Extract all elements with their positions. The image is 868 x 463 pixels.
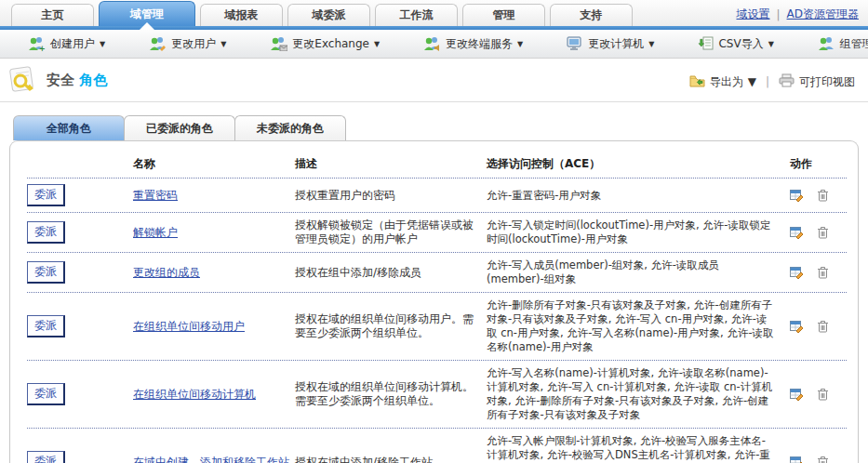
subtab-delegated-roles[interactable]: 已委派的角色 bbox=[124, 115, 235, 140]
header-divider bbox=[0, 101, 868, 102]
export-as-menu[interactable]: 导出为 ▼ bbox=[689, 74, 756, 90]
role-description: 授权在域的组织单位间移动用户。需要至少委派两个组织单位。 bbox=[295, 312, 487, 340]
delegate-button[interactable]: 委派 bbox=[27, 383, 65, 405]
role-link[interactable]: 在组织单位间移动计算机 bbox=[133, 388, 256, 401]
header-description: 描述 bbox=[295, 156, 487, 172]
role-ace: 允许-写入帐户限制-计算机对象, 允许-校验写入服务主体名-计算机对象, 允许-… bbox=[487, 434, 782, 463]
create-user-label: 创建用户 bbox=[50, 36, 95, 52]
tab-support[interactable]: 支持 bbox=[550, 4, 633, 26]
delegate-button[interactable]: 委派 bbox=[27, 315, 65, 337]
delete-role-icon[interactable] bbox=[817, 456, 829, 463]
csv-import-menu[interactable]: CSV导入 ▼ bbox=[698, 36, 773, 52]
group-management-menu[interactable]: 组管理 ▼ bbox=[818, 36, 868, 52]
edit-role-icon[interactable] bbox=[790, 320, 804, 333]
table-row: 委派 更改组的成员 授权在组中添加/移除成员 允许-写入成员(member)-组… bbox=[27, 253, 847, 293]
role-link[interactable]: 更改组的成员 bbox=[133, 266, 200, 279]
chevron-down-icon: ▼ bbox=[517, 40, 523, 48]
modify-computer-label: 更改计算机 bbox=[588, 36, 644, 52]
delegate-button[interactable]: 委派 bbox=[27, 451, 65, 463]
printable-view-label: 可打印视图 bbox=[799, 74, 855, 90]
table-row: 委派 在组织单位间移动计算机 授权在域的组织单位间移动计算机。需要至少委派两个组… bbox=[27, 361, 847, 429]
role-ace: 允许-写入成员(member)-组对象, 允许-读取成员(member)-组对象 bbox=[487, 258, 782, 286]
modify-terminal-services-label: 更改终端服务 bbox=[446, 36, 513, 52]
role-ace: 允许-写入名称(name)-计算机对象, 允许-读取名称(name)-计算机对象… bbox=[487, 366, 782, 422]
subtab-all-roles[interactable]: 全部角色 bbox=[13, 115, 125, 140]
group-management-icon bbox=[818, 36, 835, 51]
delete-role-icon[interactable] bbox=[817, 189, 829, 202]
roles-panel: 名称 描述 选择访问控制（ACE） 动作 委派 重置密码 授权重置用户的密码 允… bbox=[9, 140, 859, 463]
security-roles-icon bbox=[7, 64, 39, 97]
table-row: 委派 重置密码 授权重置用户的密码 允许-重置密码-用户对象 bbox=[27, 179, 847, 213]
role-ace: 允许-重置密码-用户对象 bbox=[487, 189, 782, 203]
role-ace: 允许-写入锁定时间(lockoutTime)-用户对象, 允许-读取锁定时间(l… bbox=[487, 218, 782, 246]
headtools-separator: | bbox=[766, 75, 769, 88]
role-link[interactable]: 重置密码 bbox=[133, 189, 178, 202]
chevron-down-icon: ▼ bbox=[374, 40, 380, 48]
role-description: 授权重置用户的密码 bbox=[295, 189, 487, 203]
csv-import-label: CSV导入 bbox=[718, 36, 763, 52]
top-right-links: 域设置 | AD资源管理器 bbox=[737, 7, 860, 22]
create-user-menu[interactable]: + 创建用户 ▼ bbox=[28, 36, 105, 52]
edit-role-icon[interactable] bbox=[790, 226, 804, 239]
edit-role-icon[interactable] bbox=[790, 456, 804, 463]
computer-icon bbox=[567, 36, 583, 51]
modify-user-menu[interactable]: 更改用户 ▼ bbox=[149, 36, 226, 52]
action-toolbar: + 创建用户 ▼ 更改用户 ▼ 更改Exchange ▼ 更改终端服务 ▼ 更改… bbox=[0, 30, 868, 59]
page-header: 安全 角色 导出为 ▼ | 可打印视图 bbox=[0, 59, 868, 101]
delete-role-icon[interactable] bbox=[817, 388, 829, 401]
tab-workflow[interactable]: 工作流 bbox=[375, 4, 458, 26]
role-description: 授权在组中添加/移除成员 bbox=[295, 266, 487, 280]
role-description: 授权在域的组织单位间移动计算机。需要至少委派两个组织单位。 bbox=[295, 380, 487, 408]
ad-explorer-link[interactable]: AD资源管理器 bbox=[787, 7, 859, 22]
edit-role-icon[interactable] bbox=[790, 189, 804, 202]
create-user-icon: + bbox=[28, 36, 46, 51]
role-filter-tabs: 全部角色 已委派的角色 未委派的角色 bbox=[0, 115, 868, 140]
exchange-icon bbox=[270, 36, 287, 51]
tab-domain-management[interactable]: 域管理 bbox=[99, 1, 195, 26]
modify-user-icon bbox=[149, 36, 167, 51]
table-header-row: 名称 描述 选择访问控制（ACE） 动作 bbox=[27, 152, 847, 179]
export-icon bbox=[689, 74, 705, 90]
page-title-prefix: 安全 bbox=[47, 72, 74, 88]
chevron-down-icon: ▼ bbox=[220, 40, 226, 48]
chevron-down-icon: ▼ bbox=[100, 40, 105, 48]
role-link[interactable]: 解锁帐户 bbox=[133, 226, 178, 239]
delegate-button[interactable]: 委派 bbox=[27, 221, 65, 244]
printable-view-button[interactable]: 可打印视图 bbox=[779, 73, 855, 90]
modify-exchange-label: 更改Exchange bbox=[292, 36, 369, 52]
header-actions: 动作 bbox=[782, 156, 847, 172]
role-link[interactable]: 在组织单位间移动用户 bbox=[133, 320, 245, 333]
delegate-button[interactable]: 委派 bbox=[27, 184, 65, 206]
tab-home[interactable]: 主页 bbox=[11, 4, 94, 26]
delete-role-icon[interactable] bbox=[817, 226, 829, 239]
page-title: 安全 角色 bbox=[47, 72, 107, 89]
subtab-undelegated-roles[interactable]: 未委派的角色 bbox=[234, 115, 346, 140]
tab-domain-reports[interactable]: 域报表 bbox=[200, 4, 283, 26]
modify-terminal-services-menu[interactable]: 更改终端服务 ▼ bbox=[423, 36, 523, 52]
modify-computer-menu[interactable]: 更改计算机 ▼ bbox=[567, 36, 654, 52]
delete-role-icon[interactable] bbox=[817, 320, 829, 333]
header-ace: 选择访问控制（ACE） bbox=[487, 156, 782, 172]
table-row: 委派 在域中创建、添加和移除工作站 授权在域中添加/移除工作站 允许-写入帐户限… bbox=[27, 429, 847, 463]
tab-domain-delegation[interactable]: 域委派 bbox=[287, 4, 370, 26]
modify-exchange-menu[interactable]: 更改Exchange ▼ bbox=[270, 36, 380, 52]
delegate-button[interactable]: 委派 bbox=[27, 261, 65, 284]
role-link[interactable]: 在域中创建、添加和移除工作站 bbox=[133, 456, 289, 463]
edit-role-icon[interactable] bbox=[790, 388, 804, 401]
delete-role-icon[interactable] bbox=[817, 266, 829, 279]
chevron-down-icon: ▼ bbox=[648, 40, 654, 48]
csv-import-icon bbox=[698, 36, 714, 52]
role-description: 授权解锁被锁定（由于凭据错误或被管理员锁定）的用户帐户 bbox=[295, 218, 487, 246]
chevron-down-icon: ▼ bbox=[748, 75, 756, 88]
svg-text:+: + bbox=[39, 45, 46, 51]
group-management-label: 组管理 bbox=[840, 36, 868, 52]
domain-settings-link[interactable]: 域设置 bbox=[737, 7, 770, 22]
tab-admin[interactable]: 管理 bbox=[462, 4, 545, 26]
chevron-down-icon: ▼ bbox=[768, 40, 774, 48]
role-description: 授权在域中添加/移除工作站 bbox=[295, 456, 487, 463]
edit-role-icon[interactable] bbox=[790, 266, 804, 279]
page-title-main: 角色 bbox=[79, 72, 107, 88]
printer-icon bbox=[779, 73, 795, 90]
export-as-label: 导出为 bbox=[710, 74, 743, 90]
table-row: 委派 在组织单位间移动用户 授权在域的组织单位间移动用户。需要至少委派两个组织单… bbox=[27, 293, 847, 361]
